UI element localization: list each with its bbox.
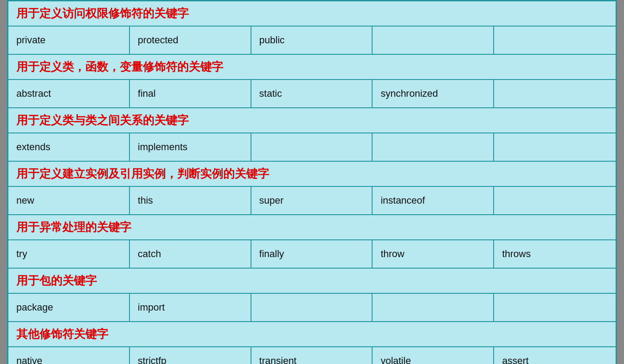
keyword-row-other-modifiers: nativestrictfptransientvolatileassert (8, 347, 616, 364)
keyword-cell: finally (251, 240, 373, 268)
keyword-cell: native (8, 347, 130, 364)
keyword-cell (373, 133, 494, 161)
keyword-row-instance-keywords: newthissuperinstanceof (8, 187, 616, 215)
keyword-cell: static (251, 80, 373, 107)
keyword-cell (494, 294, 616, 321)
keyword-cell (494, 80, 616, 107)
keyword-cell: assert (494, 347, 616, 364)
keyword-cell: public (251, 27, 373, 54)
keyword-cell: transient (251, 347, 373, 364)
keyword-cell: catch (130, 240, 251, 268)
keyword-cell (494, 27, 616, 54)
section-header-exception-keywords: 用于异常处理的关键字 (8, 215, 616, 240)
keyword-cell: package (8, 294, 130, 321)
keyword-cell: private (8, 27, 130, 54)
keyword-cell (494, 187, 616, 214)
keyword-cell (251, 294, 373, 321)
section-header-package-keywords: 用于包的关键字 (8, 269, 616, 294)
keyword-cell (494, 133, 616, 161)
keyword-cell: volatile (373, 347, 494, 364)
keyword-cell (251, 133, 373, 161)
keyword-cell: final (130, 80, 251, 107)
keyword-cell: synchronized (373, 80, 494, 107)
keyword-cell (373, 294, 494, 321)
keyword-cell: throw (373, 240, 494, 268)
keyword-row-class-modifiers: abstractfinalstaticsynchronized (8, 80, 616, 108)
section-header-instance-keywords: 用于定义建立实例及引用实例，判断实例的关键字 (8, 162, 616, 187)
keyword-row-exception-keywords: trycatchfinallythrowthrows (8, 240, 616, 269)
section-header-class-relations: 用于定义类与类之间关系的关键字 (8, 108, 616, 133)
keyword-cell: super (251, 187, 373, 214)
section-header-access-modifiers: 用于定义访问权限修饰符的关键字 (8, 1, 616, 27)
keyword-row-package-keywords: packageimport (8, 294, 616, 322)
keyword-cell: try (8, 240, 130, 268)
keyword-cell: throws (494, 240, 616, 268)
keyword-cell: extends (8, 133, 130, 161)
keyword-cell: strictfp (130, 347, 251, 364)
keyword-cell: import (130, 294, 251, 321)
section-header-class-modifiers: 用于定义类，函数，变量修饰符的关键字 (8, 55, 616, 80)
section-header-other-modifiers: 其他修饰符关键字 (8, 322, 616, 347)
keyword-cell: implements (130, 133, 251, 161)
keyword-cell (373, 27, 494, 54)
keyword-cell: new (8, 187, 130, 214)
keyword-cell: abstract (8, 80, 130, 107)
keyword-row-class-relations: extendsimplements (8, 133, 616, 162)
keyword-table: 用于定义访问权限修饰符的关键字privateprotectedpublic用于定… (7, 0, 617, 364)
keyword-cell: instanceof (373, 187, 494, 214)
keyword-cell: protected (130, 27, 251, 54)
keyword-row-access-modifiers: privateprotectedpublic (8, 27, 616, 55)
keyword-cell: this (130, 187, 251, 214)
